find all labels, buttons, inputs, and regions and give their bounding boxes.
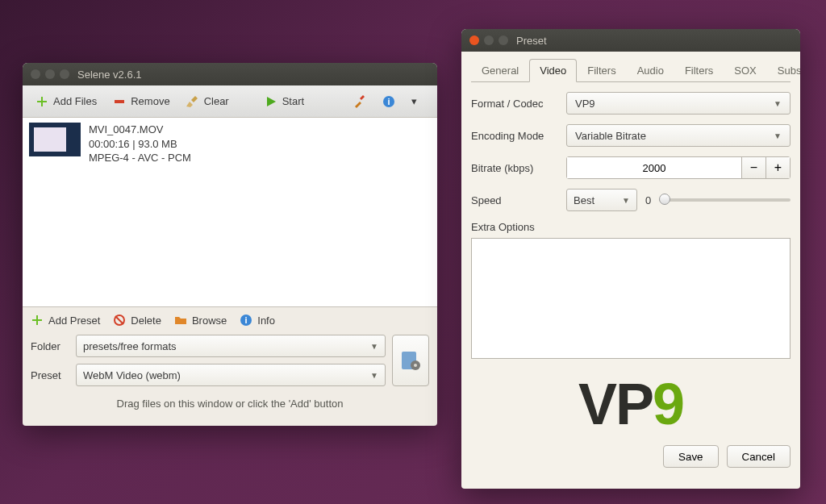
tab-filters-audio[interactable]: Filters [674,59,724,82]
tab-video[interactable]: Video [529,59,577,82]
mode-label: Encoding Mode [471,130,558,142]
dialog-title: Preset [516,35,547,47]
remove-label: Remove [131,95,169,107]
add-files-label: Add Files [53,95,97,107]
extra-options-input[interactable] [471,238,791,359]
edit-preset-button[interactable] [392,335,429,386]
speed-slider-value: 0 [645,194,651,206]
speed-slider[interactable] [659,198,791,202]
menu-button[interactable]: ▾ [405,92,431,111]
chevron-down-icon: ▼ [370,371,378,380]
logo-v: V [578,372,615,436]
chevron-down-icon: ▾ [411,95,424,108]
chevron-down-icon: ▼ [370,342,378,351]
tab-general[interactable]: General [471,59,529,82]
preset-label: Preset [31,369,69,381]
folder-value: presets/free formats [83,340,177,352]
mode-value: Variable Bitrate [575,130,646,142]
file-name: MVI_0047.MOV [89,123,191,137]
format-select[interactable]: VP9 ▼ [566,92,791,115]
clear-button[interactable]: Clear [180,92,236,111]
mode-select[interactable]: Variable Bitrate ▼ [566,124,791,147]
preset-dialog: Preset General Video Filters Audio Filte… [461,29,800,489]
window-controls [469,35,508,45]
bottom-bar: Add Preset Delete Browse i Info Folder p… [23,307,437,418]
maximize-icon[interactable] [499,35,508,45]
bitrate-decrement[interactable]: − [741,157,766,178]
preset-toolbar: Add Preset Delete Browse i Info [31,314,429,327]
svg-line-4 [115,316,123,324]
bitrate-spinner: − + [566,156,791,179]
main-toolbar: Add Files Remove Clear Start [23,85,437,118]
list-item[interactable]: MVI_0047.MOV 00:00:16 | 93.0 MB MPEG-4 -… [23,118,437,170]
info-icon: i [240,314,252,327]
video-thumbnail [29,123,81,156]
tools-button[interactable] [347,92,373,111]
file-codec: MPEG-4 - AVC - PCM [89,151,191,165]
window-controls [31,69,69,79]
tab-subs[interactable]: Subs [767,59,800,82]
file-list[interactable]: MVI_0047.MOV 00:00:16 | 93.0 MB MPEG-4 -… [23,118,437,307]
extra-options-label: Extra Options [471,221,791,233]
preset-value: WebM Video (webm) [83,369,181,381]
file-metadata: MVI_0047.MOV 00:00:16 | 93.0 MB MPEG-4 -… [89,123,191,165]
add-preset-label: Add Preset [48,314,100,327]
folder-combo[interactable]: presets/free formats ▼ [76,335,386,357]
bitrate-input[interactable] [567,157,741,178]
start-label: Start [282,95,304,107]
browse-label: Browse [192,314,227,327]
format-label: Format / Codec [471,98,558,110]
tab-filters-video[interactable]: Filters [577,59,626,82]
file-duration-size: 00:00:16 | 93.0 MB [89,137,191,152]
preset-tabs: General Video Filters Audio Filters SOX … [461,52,800,81]
speed-label: Speed [471,194,558,206]
add-preset-button[interactable]: Add Preset [31,314,100,327]
info-icon: i [382,95,395,108]
minimize-icon[interactable] [45,69,55,79]
chevron-down-icon: ▼ [622,196,630,205]
save-button[interactable]: Save [663,445,718,468]
minimize-icon[interactable] [484,35,494,45]
remove-button[interactable]: Remove [106,92,176,111]
tab-sox[interactable]: SOX [724,59,766,82]
delete-button[interactable]: Delete [113,314,161,327]
preset-titlebar: Preset [461,29,800,52]
wrench-icon [353,95,366,108]
format-value: VP9 [575,98,595,110]
folder-icon [174,314,187,327]
clear-label: Clear [204,95,229,107]
cancel-button[interactable]: Cancel [727,445,791,468]
speed-select[interactable]: Best ▼ [566,189,637,211]
slider-handle[interactable] [659,194,670,205]
svg-point-9 [414,364,417,367]
add-files-button[interactable]: Add Files [29,92,103,111]
codec-logo: VP9 [471,371,791,437]
preset-info-button[interactable]: i Info [240,314,275,327]
logo-p: P [615,372,653,436]
maximize-icon[interactable] [60,69,69,79]
forbidden-icon [113,314,126,327]
minus-icon [113,95,126,108]
tab-audio[interactable]: Audio [627,59,674,82]
chevron-down-icon: ▼ [774,131,782,140]
logo-nine: 9 [653,372,683,436]
drop-hint: Drag files on this window or click the '… [31,393,429,414]
film-gear-icon [399,349,422,372]
bitrate-increment[interactable]: + [766,157,790,178]
start-button[interactable]: Start [258,92,311,111]
close-icon[interactable] [469,35,479,45]
tab-body-video: Format / Codec VP9 ▼ Encoding Mode Varia… [471,81,791,437]
close-icon[interactable] [31,69,40,79]
play-icon [265,95,277,108]
folder-label: Folder [31,340,69,352]
svg-rect-0 [115,100,124,103]
plus-icon [35,95,48,108]
preset-combo[interactable]: WebM Video (webm) ▼ [76,364,386,386]
dialog-actions: Save Cancel [461,437,800,476]
delete-label: Delete [131,314,161,327]
info-button[interactable]: i [376,92,402,111]
preset-info-label: Info [257,314,275,327]
svg-text:i: i [245,315,248,325]
speed-value: Best [574,194,594,206]
browse-button[interactable]: Browse [174,314,227,327]
